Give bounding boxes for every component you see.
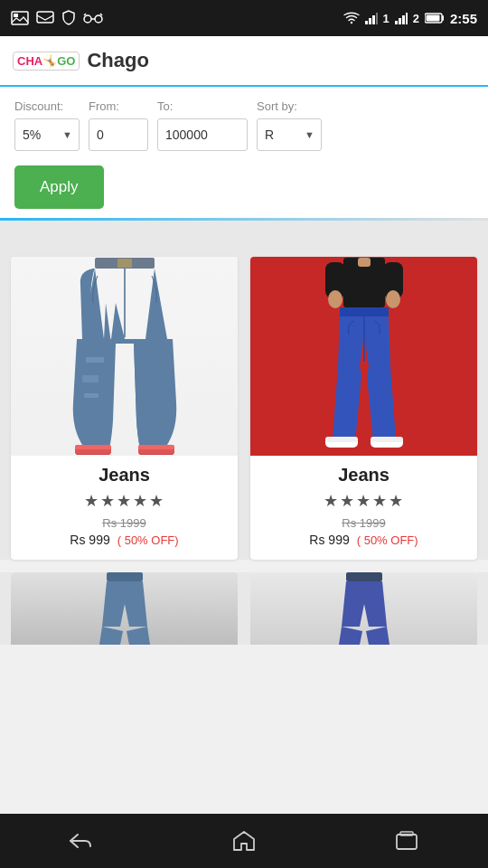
svg-point-5: [350, 22, 352, 24]
partial-card-2[interactable]: [250, 572, 477, 645]
svg-point-30: [328, 290, 343, 308]
products-row2: [0, 572, 488, 645]
discount-select[interactable]: 5% 10% 20% 30% 50%: [14, 118, 80, 151]
product-original-price-2: Rs 1999: [261, 516, 466, 530]
svg-rect-9: [376, 13, 378, 24]
discount-label: Discount:: [14, 99, 80, 113]
back-button[interactable]: [45, 823, 117, 859]
to-group: To:: [157, 99, 248, 151]
svg-point-4: [95, 15, 102, 23]
recent-button[interactable]: [371, 823, 443, 859]
svg-rect-11: [399, 18, 401, 24]
logo-suffix: 🤸: [42, 54, 57, 68]
to-input[interactable]: [157, 118, 248, 151]
svg-rect-38: [107, 572, 143, 581]
product-info-1: Jeans ★★★★★ Rs 1999 Rs 999 ( 50% OFF): [11, 456, 238, 560]
back-icon: [69, 831, 94, 851]
product-card-1[interactable]: Jeans ★★★★★ Rs 1999 Rs 999 ( 50% OFF): [11, 257, 238, 560]
partial-jeans-svg-1: [89, 572, 161, 645]
jeans-svg-2: [305, 258, 423, 455]
svg-rect-41: [400, 832, 413, 835]
product-stars-1: ★★★★★: [22, 491, 227, 511]
status-bar: 1 2 2:55: [0, 0, 488, 36]
svg-rect-33: [340, 307, 389, 316]
filter-section: Discount: 5% 10% 20% 30% 50% ▼ From: To:: [0, 87, 488, 218]
signal2-icon: [395, 12, 408, 24]
shield-icon: [61, 10, 76, 26]
app-title: Chago: [87, 49, 148, 72]
to-label: To:: [157, 99, 248, 113]
product-original-price-1: Rs 1999: [22, 516, 227, 530]
svg-rect-39: [346, 572, 382, 581]
status-icons: [11, 10, 103, 26]
svg-rect-23: [75, 445, 111, 449]
message-icon: [36, 11, 54, 25]
svg-rect-20: [84, 393, 99, 398]
product-image-1: [11, 257, 238, 456]
jeans-svg-1: [66, 258, 183, 455]
svg-point-3: [84, 15, 91, 23]
discount-select-wrap[interactable]: 5% 10% 20% 30% 50% ▼: [14, 118, 80, 151]
svg-rect-19: [82, 375, 99, 382]
partial-card-1[interactable]: [11, 572, 238, 645]
product-name-1: Jeans: [22, 465, 227, 486]
svg-rect-6: [365, 21, 368, 24]
wifi-icon: [343, 12, 360, 24]
home-button[interactable]: [208, 823, 280, 859]
svg-rect-35: [325, 437, 358, 442]
discount-group: Discount: 5% 10% 20% 30% 50% ▼: [14, 99, 80, 151]
apply-button[interactable]: Apply: [14, 165, 104, 209]
status-right: 1 2 2:55: [343, 11, 478, 26]
home-icon: [232, 830, 256, 852]
product-sale-row-2: Rs 999 ( 50% OFF): [261, 533, 466, 547]
from-input[interactable]: [89, 118, 148, 151]
svg-rect-26: [138, 445, 174, 449]
partial-jeans-svg-2: [328, 572, 400, 645]
filter-row: Discount: 5% 10% 20% 30% 50% ▼ From: To:: [14, 99, 474, 151]
nav-bar: [0, 814, 488, 868]
product-sale-price-2: Rs 999: [309, 533, 349, 547]
product-image-2: [250, 257, 477, 456]
svg-rect-12: [402, 15, 405, 24]
logo: CHA🤸GO Chago: [13, 49, 149, 72]
product-sale-row-1: Rs 999 ( 50% OFF): [22, 533, 227, 547]
sortby-select[interactable]: R A-Z Price: [257, 118, 322, 151]
product-off-badge-1: ( 50% OFF): [117, 533, 179, 547]
header: CHA🤸GO Chago: [0, 36, 488, 87]
carrier-number: 1: [383, 12, 389, 25]
carrier-number2: 2: [413, 12, 419, 25]
partial-image-2: [250, 572, 477, 645]
product-card-2[interactable]: Jeans ★★★★★ Rs 1999 Rs 999 ( 50% OFF): [250, 257, 477, 560]
svg-rect-8: [372, 15, 375, 24]
svg-point-31: [386, 290, 400, 308]
recent-icon: [395, 831, 418, 851]
spy-icon: [83, 12, 103, 24]
logo-prefix: CHA: [17, 54, 42, 68]
from-group: From:: [89, 99, 148, 151]
from-label: From:: [89, 99, 148, 113]
spacer: [0, 221, 488, 239]
product-off-badge-2: ( 50% OFF): [357, 533, 418, 547]
product-info-2: Jeans ★★★★★ Rs 1999 Rs 999 ( 50% OFF): [250, 456, 477, 560]
product-sale-price-1: Rs 999: [70, 533, 109, 547]
svg-rect-37: [371, 437, 403, 442]
logo-badge: CHA🤸GO: [13, 52, 80, 71]
product-stars-2: ★★★★★: [261, 491, 466, 511]
svg-rect-17: [117, 259, 132, 268]
sortby-select-wrap[interactable]: R A-Z Price ▼: [257, 118, 322, 151]
svg-rect-15: [426, 15, 439, 22]
gallery-icon: [11, 11, 29, 25]
svg-rect-32: [358, 258, 371, 267]
svg-rect-18: [86, 357, 104, 363]
products-grid: Jeans ★★★★★ Rs 1999 Rs 999 ( 50% OFF): [0, 239, 488, 560]
partial-image-1: [11, 572, 238, 645]
product-name-2: Jeans: [261, 465, 466, 486]
battery-icon: [425, 13, 445, 24]
svg-rect-1: [14, 14, 18, 17]
sortby-group: Sort by: R A-Z Price ▼: [257, 99, 322, 151]
signal1-icon: [365, 12, 378, 24]
svg-rect-7: [369, 18, 371, 24]
svg-rect-10: [395, 21, 398, 24]
svg-rect-13: [406, 13, 408, 24]
svg-rect-40: [397, 835, 417, 849]
